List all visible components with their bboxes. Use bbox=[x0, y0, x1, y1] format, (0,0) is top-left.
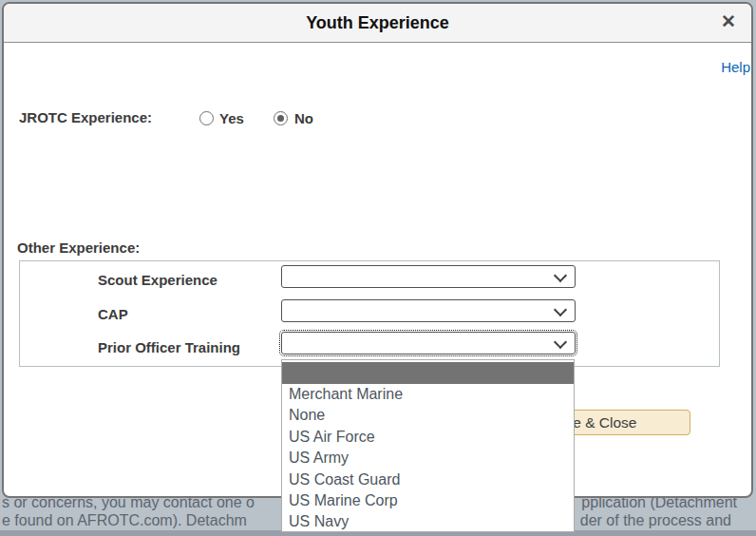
dropdown-option[interactable]: Merchant Marine bbox=[282, 384, 574, 405]
cap-select[interactable] bbox=[281, 299, 576, 322]
help-link[interactable]: Help bbox=[721, 59, 750, 75]
jrotc-yes-label[interactable]: Yes bbox=[219, 110, 244, 126]
dropdown-option[interactable]: US Navy bbox=[282, 511, 574, 532]
dropdown-option[interactable]: US Coast Guard bbox=[282, 469, 574, 490]
close-icon[interactable]: ✕ bbox=[721, 11, 736, 32]
background-page-text: e found on AFROTC.com). Detachm bbox=[2, 512, 247, 529]
jrotc-yes-radio[interactable] bbox=[199, 111, 214, 125]
dropdown-option[interactable]: US Marine Corp bbox=[282, 490, 574, 511]
background-page-text: der of the process and bbox=[580, 512, 731, 529]
scout-experience-label: Scout Experience bbox=[98, 272, 217, 288]
scout-experience-select[interactable] bbox=[281, 265, 576, 288]
dropdown-option[interactable]: US Army bbox=[282, 448, 574, 469]
prior-officer-training-label: Prior Officer Training bbox=[98, 339, 240, 355]
dropdown-option[interactable]: US Air Force bbox=[282, 427, 574, 448]
prior-officer-training-dropdown-list: Merchant Marine None US Air Force US Arm… bbox=[281, 359, 575, 532]
jrotc-no-label[interactable]: No bbox=[294, 110, 313, 126]
jrotc-no-radio[interactable] bbox=[274, 111, 288, 125]
chevron-down-icon bbox=[554, 269, 567, 282]
jrotc-experience-label: JROTC Experience: bbox=[19, 109, 152, 125]
cap-label: CAP bbox=[98, 306, 128, 322]
dropdown-option-blank[interactable] bbox=[282, 362, 574, 384]
dialog-titlebar: Youth Experience ✕ bbox=[4, 4, 751, 43]
prior-officer-training-select[interactable] bbox=[281, 332, 576, 354]
chevron-down-icon bbox=[554, 303, 567, 316]
other-experience-label: Other Experience: bbox=[17, 239, 140, 256]
dialog-title: Youth Experience bbox=[4, 4, 751, 42]
dropdown-option[interactable]: None bbox=[282, 405, 574, 426]
chevron-down-icon bbox=[554, 335, 567, 349]
